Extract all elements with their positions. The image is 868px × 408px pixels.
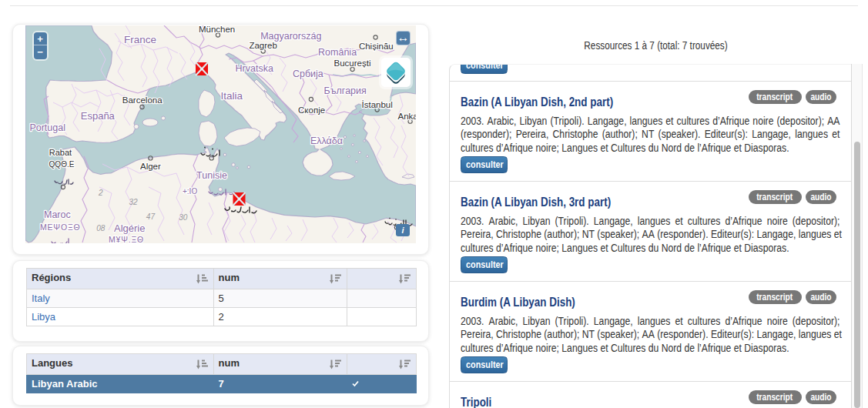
- svg-text:Hrvatska: Hrvatska: [236, 63, 273, 74]
- svg-text:QQΘ.Ε: QQΘ.Ε: [49, 160, 75, 169]
- svg-text:Algérie: Algérie: [114, 222, 145, 234]
- svg-text:București: București: [334, 59, 371, 68]
- svg-text:Maroc: Maroc: [44, 209, 71, 220]
- svg-text:Zagreb: Zagreb: [249, 41, 276, 50]
- svg-text:Anka: Anka: [398, 112, 417, 121]
- svg-text:Portugal: Portugal: [29, 122, 65, 133]
- svg-text:España: España: [81, 110, 116, 122]
- svg-text:32: 32: [129, 198, 138, 206]
- svg-text:Скопје: Скопје: [298, 105, 325, 115]
- svg-text:47: 47: [146, 212, 156, 221]
- svg-text:Alger: Alger: [140, 162, 161, 171]
- svg-text:Ελλάδα: Ελλάδα: [310, 135, 343, 146]
- svg-text:България: България: [324, 85, 367, 96]
- svg-text:Chișinău: Chișinău: [359, 42, 394, 51]
- svg-text:România: România: [318, 47, 357, 58]
- svg-text:ΜΕΨΟΞΘ: ΜΕΨΟΞΘ: [40, 222, 80, 232]
- svg-text:Μ¥Ψ.ΞΘ: Μ¥Ψ.ΞΘ: [109, 235, 144, 244]
- svg-text:France: France: [124, 34, 156, 45]
- svg-text:30: 30: [179, 213, 188, 222]
- svg-text:Србија: Србија: [293, 69, 323, 79]
- svg-text:+:ΙΟ: +:ΙΟ: [183, 187, 197, 196]
- svg-text:08: 08: [96, 224, 106, 232]
- svg-text:Rabat: Rabat: [49, 148, 72, 157]
- svg-text:Italia: Italia: [220, 90, 243, 102]
- svg-text:İstanbul: İstanbul: [362, 100, 393, 109]
- svg-text:Barcelona: Barcelona: [122, 95, 163, 105]
- svg-text:München: München: [199, 25, 235, 34]
- svg-text:Tunisie: Tunisie: [196, 170, 227, 181]
- svg-text:2: 2: [98, 189, 103, 197]
